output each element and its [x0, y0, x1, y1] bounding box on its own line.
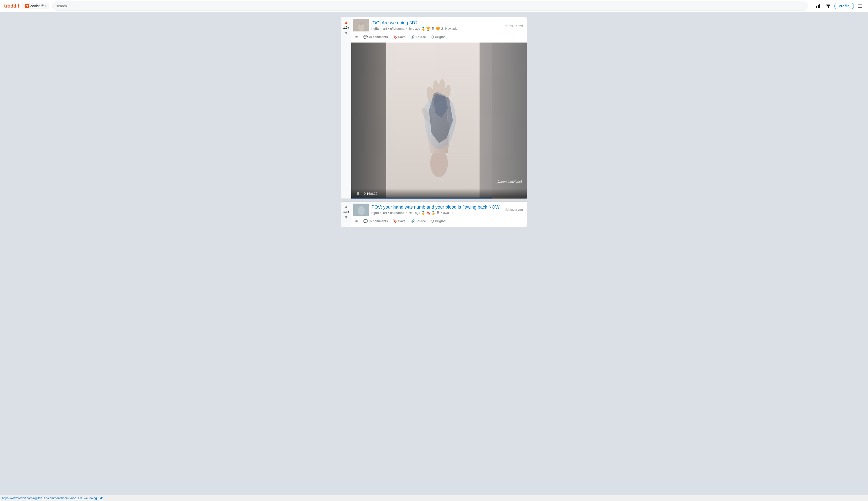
awards-count-1: 9 awards — [445, 27, 458, 30]
award-emoji-4: 🧡 — [436, 27, 440, 31]
post-header-2: POV: your hand was numb and your blood i… — [351, 202, 527, 217]
post-body-2: POV: your hand was numb and your blood i… — [351, 202, 527, 227]
menu-icon-button[interactable] — [856, 2, 864, 10]
chart-icon — [816, 3, 821, 9]
pause-icon: ⏸ — [356, 191, 360, 196]
thumbnail-svg-2 — [353, 204, 369, 216]
post-title-2[interactable]: POV: your hand was numb and your blood i… — [371, 204, 503, 210]
source-button-2[interactable]: 🔗 Source — [408, 218, 428, 225]
comments-label-1: 45 comments — [368, 35, 388, 39]
video-display-1: [baron lanteigne] — [351, 43, 527, 199]
original-label-2: Original — [435, 220, 446, 223]
site-logo[interactable]: troddit — [4, 3, 19, 9]
navbar-right: Profile — [814, 2, 864, 10]
post-awards-2: 🥇 🔖 🏅 🎖 — [421, 211, 440, 215]
comments-icon-2: 💬 — [363, 219, 367, 223]
award-emoji-1: 🥇 — [421, 27, 426, 31]
post-thumbnail-2[interactable] — [353, 204, 369, 216]
original-button-2[interactable]: ⬡ Original — [429, 218, 448, 225]
navbar: troddit m coolstuff ▾ Profile — [0, 0, 868, 12]
vote-count-1: 1.9k — [343, 26, 349, 30]
post-subreddit-2[interactable]: r/glitch_art — [371, 211, 387, 215]
post-awards-1: 🥇 🏆 🎖 🧡 🎗 — [421, 27, 444, 31]
video-art-svg — [406, 57, 472, 183]
edit-button-2[interactable]: ✏ — [353, 218, 360, 225]
vote-column-2: ▲ 1.8k ▼ — [341, 202, 351, 227]
video-controls: ⏸ 0:16/0:20 — [351, 189, 527, 199]
post-source-tag-1: (i.imgur.com) — [505, 24, 525, 27]
downvote-button-2[interactable]: ▼ — [343, 214, 349, 220]
svg-point-8 — [359, 22, 363, 25]
post-card-1: ▲ 1.9k ▼ [OC] A — [341, 17, 527, 199]
post-card-2: ▲ 1.8k ▼ POV: your hand was numb and you… — [341, 201, 527, 227]
post-source-tag-2: (i.imgur.com) — [505, 208, 525, 211]
source-button-1[interactable]: 🔗 Source — [408, 33, 428, 41]
post-actions-1: ✏ 💬 45 comments 🔖 Save 🔗 Source ⬡ Origin… — [351, 32, 527, 43]
svg-rect-0 — [816, 6, 817, 8]
award-emoji-5: 🎗 — [441, 27, 444, 31]
post-body-1: [OC] Are we doing 3D? r/glitch_art • u/j… — [351, 17, 527, 199]
play-pause-button[interactable]: ⏸ — [354, 190, 361, 197]
link-icon-1: 🔗 — [410, 35, 415, 39]
svg-point-18 — [358, 206, 365, 215]
post-time-1: 8mo ago — [408, 27, 420, 30]
hamburger-icon — [857, 3, 862, 9]
bookmark-icon-2: 🔖 — [393, 219, 397, 223]
community-name: coolstuff — [30, 4, 44, 8]
svg-point-9 — [430, 149, 448, 177]
video-time: 0:16/0:20 — [364, 192, 377, 195]
post-info-2: POV: your hand was numb and your blood i… — [371, 204, 503, 215]
chart-icon-button[interactable] — [814, 2, 822, 10]
video-center-content — [386, 43, 492, 199]
source-label-1: Source — [416, 35, 426, 39]
source-label-2: Source — [416, 220, 426, 223]
thumbnail-svg-1 — [353, 19, 369, 31]
svg-rect-2 — [819, 4, 820, 8]
post-subreddit-1[interactable]: r/glitch_art — [371, 27, 387, 30]
link-icon-2: 🔗 — [410, 219, 415, 223]
comments-button-1[interactable]: 💬 45 comments — [361, 33, 390, 41]
post-user-2[interactable]: u/johannbl — [390, 211, 405, 215]
save-button-2[interactable]: 🔖 Save — [391, 218, 407, 225]
edit-icon-2: ✏ — [355, 219, 358, 223]
thumbnail-image-2 — [353, 204, 369, 216]
search-input[interactable] — [52, 1, 808, 11]
community-icon: m — [25, 4, 29, 8]
edit-icon-1: ✏ — [355, 35, 358, 39]
svg-rect-3 — [858, 4, 862, 5]
downvote-button-1[interactable]: ▼ — [343, 30, 349, 36]
save-label-1: Save — [398, 35, 405, 39]
community-selector[interactable]: m coolstuff ▾ — [22, 3, 49, 9]
video-right-blur — [480, 43, 527, 199]
post-title-1[interactable]: [OC] Are we doing 3D? — [371, 20, 503, 26]
profile-button[interactable]: Profile — [834, 3, 854, 9]
comments-label-2: 35 comments — [368, 220, 388, 223]
upvote-button-1[interactable]: ▲ — [343, 19, 349, 25]
award2-emoji-3: 🏅 — [431, 211, 436, 215]
post-actions-2: ✏ 💬 35 comments 🔖 Save 🔗 Source ⬡ Origin… — [351, 217, 527, 227]
save-button-1[interactable]: 🔖 Save — [391, 33, 407, 41]
award-emoji-2: 🏆 — [426, 27, 430, 31]
post-thumbnail-1[interactable] — [353, 19, 369, 31]
upvote-button-2[interactable]: ▲ — [343, 204, 349, 210]
post-meta-2: r/glitch_art • u/johannbl • 7mo ago 🥇 🔖 … — [371, 211, 503, 215]
filter-icon-button[interactable] — [824, 2, 832, 10]
svg-rect-1 — [818, 5, 819, 8]
original-label-1: Original — [435, 35, 446, 39]
video-container-1[interactable]: [baron lanteigne] ⏸ 0:16/0:20 — [351, 43, 527, 199]
post-user-1[interactable]: u/johannbl — [390, 27, 405, 30]
bookmark-icon-1: 🔖 — [393, 35, 397, 39]
original-button-1[interactable]: ⬡ Original — [429, 33, 448, 41]
comments-button-2[interactable]: 💬 35 comments — [361, 218, 390, 225]
vote-column-1: ▲ 1.9k ▼ — [341, 17, 351, 199]
video-watermark: [baron lanteigne] — [497, 180, 522, 183]
post-time-2: 7mo ago — [408, 211, 420, 215]
comments-icon-1: 💬 — [363, 35, 367, 39]
filter-icon — [826, 3, 831, 9]
post-meta-1: r/glitch_art • u/johannbl • 8mo ago 🥇 🏆 … — [371, 27, 503, 31]
award2-emoji-4: 🎖 — [436, 211, 440, 215]
edit-button-1[interactable]: ✏ — [353, 33, 360, 41]
vote-count-2: 1.8k — [343, 210, 349, 214]
main-content: ▲ 1.9k ▼ [OC] A — [341, 12, 527, 235]
award2-emoji-1: 🥇 — [421, 211, 426, 215]
